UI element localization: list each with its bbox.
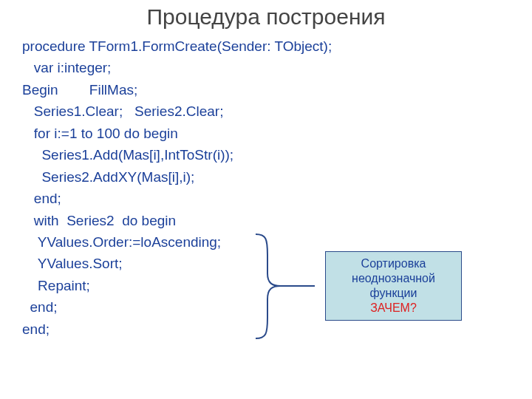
callout-box: Сортировка неоднозначной функции ЗАЧЕМ? bbox=[325, 251, 462, 321]
callout-text: Сортировка bbox=[329, 256, 458, 271]
code-line: procedure TForm1.FormCreate(Sender: TObj… bbox=[22, 35, 532, 57]
callout-text: неоднозначной bbox=[329, 271, 458, 286]
code-line: var i:integer; bbox=[22, 57, 532, 78]
code-line: with Series2 do begin bbox=[22, 210, 532, 231]
callout-text: функции bbox=[329, 286, 458, 301]
code-line: Series1.Add(Mas[i],IntToStr(i)); bbox=[22, 144, 532, 166]
slide-title: Процедура построения bbox=[0, 4, 532, 30]
code-line: Series2.AddXY(Mas[i],i); bbox=[22, 166, 532, 188]
callout-question: ЗАЧЕМ? bbox=[329, 301, 458, 316]
code-line: for i:=1 to 100 do begin bbox=[22, 123, 532, 144]
code-line: Series1.Clear; Series2.Clear; bbox=[22, 100, 532, 122]
code-line: end; bbox=[22, 188, 532, 209]
code-line: Begin FillMas; bbox=[22, 79, 532, 100]
curly-brace-icon bbox=[251, 233, 318, 343]
